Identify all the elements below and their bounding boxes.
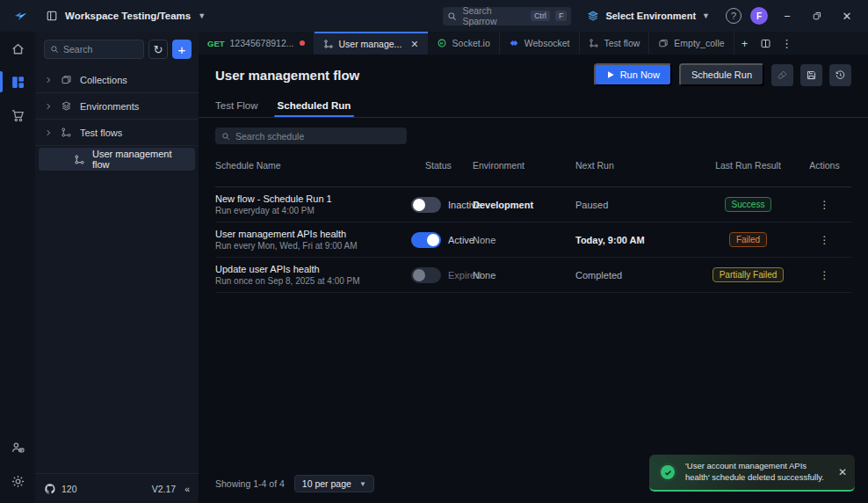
pagination: Showing 1-4 of 4 10 per page ▼ (215, 475, 374, 492)
global-search-placeholder: Search Sparrow (462, 5, 525, 26)
close-tab-icon[interactable]: ✕ (410, 39, 418, 50)
schedule-search[interactable] (215, 128, 407, 144)
sidebar-item-label: Environments (80, 101, 139, 112)
toast-close-button[interactable]: ✕ (838, 466, 847, 478)
active-flow-label: User management flow (92, 149, 188, 170)
marketplace-nav-button[interactable] (0, 98, 35, 132)
status-toggle[interactable] (411, 197, 441, 213)
workspace-icon (46, 10, 58, 22)
new-tab-button[interactable]: + (734, 32, 756, 55)
shortcut-ctrl: Ctrl (531, 11, 550, 21)
environment-value: None (473, 235, 575, 245)
next-run-value: Completed (575, 270, 698, 281)
tab-user-management-flow[interactable]: User manage... ✕ (315, 32, 428, 55)
tab-empty-collection[interactable]: Empty_colle (649, 32, 734, 55)
history-button[interactable] (829, 64, 851, 86)
titlebar: Workspace Testing/Teams ▼ Search Sparrow… (0, 0, 868, 32)
workspace-selector[interactable]: Workspace Testing/Teams ▼ (46, 10, 206, 22)
sidebar-search[interactable] (44, 40, 144, 59)
sidebar-item-user-management-flow[interactable]: User management flow (39, 148, 195, 171)
search-icon (50, 45, 59, 54)
play-icon (606, 70, 615, 79)
view-tabs: Test Flow Scheduled Run (199, 86, 868, 117)
status-toggle[interactable] (411, 232, 441, 248)
add-new-button[interactable]: + (172, 40, 192, 59)
tab-websocket[interactable]: Websocket (500, 32, 580, 55)
flow-icon (589, 38, 599, 48)
tab-get-request[interactable]: GET 12345678912... (199, 32, 315, 55)
restore-button[interactable] (807, 5, 828, 26)
schedule-run-button[interactable]: Schedule Run (679, 63, 764, 86)
status-label: Active (448, 235, 474, 245)
app-version: V2.17 (152, 484, 176, 494)
row-actions-menu[interactable]: ⋮ (798, 199, 851, 211)
collection-icon (61, 74, 72, 85)
per-page-select[interactable]: 10 per page ▼ (294, 475, 374, 492)
sidebar-item-test-flows[interactable]: Test flows (35, 120, 199, 146)
table-header: Schedule Name Status Environment Next Ru… (215, 144, 851, 187)
split-view-icon[interactable] (756, 32, 777, 55)
community-nav-button[interactable] (0, 431, 35, 464)
settings-nav-button[interactable] (0, 464, 35, 498)
environment-value: None (473, 270, 575, 281)
environment-value: Development (473, 200, 575, 210)
row-actions-menu[interactable]: ⋮ (798, 234, 851, 246)
save-button[interactable] (800, 64, 822, 86)
col-schedule-name: Schedule Name (215, 160, 411, 171)
status-badge: Success (725, 197, 772, 212)
tab-label: Test flow (604, 38, 640, 48)
github-icon[interactable] (44, 483, 56, 495)
chevron-down-icon: ▼ (198, 11, 206, 20)
global-search[interactable]: Search Sparrow Ctrl F (443, 7, 571, 26)
avatar[interactable]: F (750, 7, 768, 25)
tab-menu-button[interactable]: ⋮ (777, 32, 798, 55)
gear-icon (11, 474, 25, 489)
sidebar-search-input[interactable] (63, 44, 138, 55)
home-icon (11, 41, 25, 56)
status-toggle[interactable] (411, 267, 441, 283)
status-badge: Partially Failed (712, 267, 785, 282)
flow-icon (323, 39, 334, 49)
collapse-sidebar-button[interactable]: « (184, 484, 190, 494)
per-page-value: 10 per page (302, 478, 351, 489)
dashboard-icon (11, 75, 25, 90)
close-button[interactable]: ✕ (836, 5, 857, 26)
layers-icon (61, 100, 72, 112)
schedule-search-input[interactable] (235, 131, 401, 142)
tab-label: Socket.io (452, 38, 490, 48)
col-last-run-result: Last Run Result (698, 160, 798, 171)
sidebar-item-environments[interactable]: Environments (35, 93, 199, 120)
environment-selector-label: Select Environment (605, 11, 696, 21)
schedule-recurrence: Run everyday at 4:00 PM (215, 206, 411, 215)
tab-label: Empty_colle (674, 38, 724, 48)
workspace-nav-button[interactable] (0, 65, 35, 98)
http-method-label: GET (207, 39, 225, 48)
table-row: Update user APIs health Run once on Sep … (215, 258, 851, 293)
run-now-button[interactable]: Run Now (594, 63, 672, 86)
chevron-right-icon (44, 128, 53, 137)
tab-test-flow[interactable]: Test flow (580, 32, 650, 55)
status-badge: Failed (729, 232, 767, 247)
col-environment: Environment (473, 160, 575, 171)
socketio-icon (437, 38, 447, 48)
home-nav-button[interactable] (0, 32, 35, 65)
refresh-button[interactable]: ↻ (148, 40, 168, 59)
next-run-value: Today, 9:00 AM (575, 235, 698, 245)
minimize-button[interactable]: − (777, 5, 798, 26)
github-star-count: 120 (61, 484, 77, 494)
col-status: Status (411, 160, 473, 171)
tab-scheduled-run-view[interactable]: Scheduled Run (278, 100, 351, 117)
clear-flow-button[interactable] (771, 64, 793, 86)
environment-selector[interactable]: Select Environment ▼ (580, 7, 717, 25)
success-check-icon (658, 463, 677, 482)
sidebar-item-collections[interactable]: Collections (35, 67, 199, 93)
chevron-down-icon: ▼ (702, 11, 710, 20)
unsaved-dot-icon (300, 40, 305, 46)
row-actions-menu[interactable]: ⋮ (798, 269, 851, 281)
chevron-down-icon: ▼ (359, 480, 366, 488)
schedule-name: User management APIs health (215, 229, 411, 239)
tab-test-flow-view[interactable]: Test Flow (215, 100, 258, 117)
help-icon[interactable]: ? (726, 8, 741, 24)
schedule-name: Update user APIs health (215, 264, 411, 274)
tab-socketio[interactable]: Socket.io (428, 32, 500, 55)
